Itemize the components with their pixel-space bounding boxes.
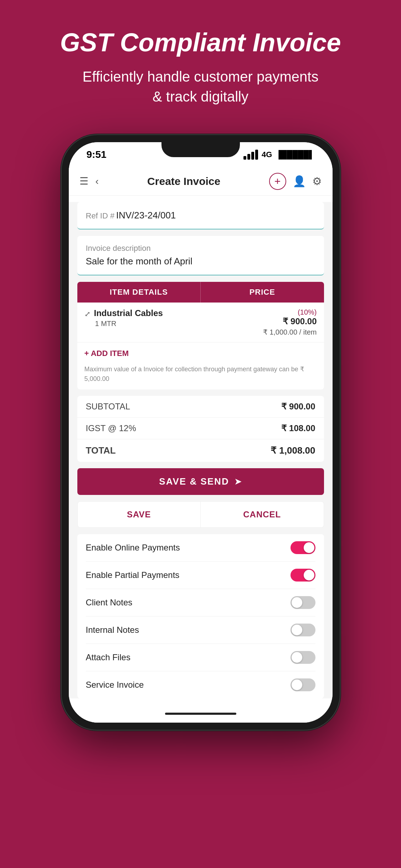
internal-notes-toggle[interactable] — [291, 624, 315, 636]
total-label: TOTAL — [86, 445, 116, 456]
option-internal-notes[interactable]: Internal Notes — [86, 616, 315, 644]
page-title: GST Compliant Invoice — [60, 29, 341, 57]
option-client-notes-label: Client Notes — [86, 598, 133, 608]
options-section: Enable Online Payments Enable Partial Pa… — [77, 534, 324, 698]
back-icon[interactable]: ‹ — [96, 176, 99, 187]
item-name-row: ⤢ Industrial Cables — [84, 308, 263, 318]
client-notes-toggle[interactable] — [291, 596, 315, 609]
service-invoice-toggle[interactable] — [291, 678, 315, 691]
subtotal-label: SUBTOTAL — [86, 402, 130, 412]
app-header: ☰ ‹ Create Invoice + 👤 ⚙ — [69, 167, 333, 196]
toggle-knob — [292, 597, 302, 608]
expand-icon: ⤢ — [84, 310, 91, 318]
save-send-button[interactable]: SAVE & SEND ➤ — [77, 468, 324, 495]
option-online-payments-label: Enable Online Payments — [86, 543, 180, 553]
option-client-notes[interactable]: Client Notes — [86, 589, 315, 616]
signal-bars-icon — [243, 150, 258, 160]
status-bar: 9:51 4G ▐█████▌ — [69, 142, 333, 167]
payment-note: Maximum value of a Invoice for collectio… — [77, 365, 324, 389]
battery-icon: ▐█████▌ — [276, 150, 314, 159]
home-indicator — [69, 705, 333, 723]
network-label: 4G — [262, 150, 272, 159]
header-title: Create Invoice — [106, 175, 262, 187]
table-row[interactable]: ⤢ Industrial Cables 1 MTR (10%) ₹ 900.00… — [77, 303, 324, 342]
partial-payments-toggle[interactable] — [291, 569, 315, 582]
ref-id-value: INV/23-24/001 — [116, 210, 176, 221]
toggle-knob — [292, 625, 302, 635]
item-info: ⤢ Industrial Cables 1 MTR — [84, 308, 263, 328]
toggle-knob — [304, 542, 314, 553]
total-row: TOTAL ₹ 1,008.00 — [77, 439, 324, 462]
igst-label: IGST @ 12% — [86, 423, 136, 433]
invoice-description-section[interactable]: Invoice description Sale for the month o… — [77, 236, 324, 275]
item-total: ₹ 900.00 — [283, 316, 317, 326]
save-button[interactable]: SAVE — [78, 502, 201, 527]
app-content: Ref ID # INV/23-24/001 Invoice descripti… — [69, 202, 333, 698]
option-partial-payments-label: Enable Partial Payments — [86, 570, 180, 580]
toggle-knob — [292, 652, 302, 663]
add-item-label: + ADD ITEM — [84, 349, 129, 358]
attach-files-toggle[interactable] — [291, 651, 315, 664]
notch — [161, 142, 240, 157]
online-payments-toggle[interactable] — [291, 541, 315, 554]
add-item-button[interactable]: + ADD ITEM — [77, 342, 324, 365]
home-bar — [165, 713, 236, 715]
subtotal-value: ₹ 900.00 — [281, 402, 315, 412]
ref-id-section[interactable]: Ref ID # INV/23-24/001 — [77, 202, 324, 229]
phone-shell: 9:51 4G ▐█████▌ ☰ ‹ Create Invoice — [62, 135, 340, 730]
items-table: ITEM DETAILS PRICE ⤢ Industrial Cables 1… — [77, 282, 324, 389]
menu-icon[interactable]: ☰ — [79, 175, 88, 187]
send-icon: ➤ — [234, 476, 242, 487]
option-internal-notes-label: Internal Notes — [86, 625, 139, 635]
phone-mockup: 9:51 4G ▐█████▌ ☰ ‹ Create Invoice — [62, 135, 340, 730]
save-send-label: SAVE & SEND — [159, 476, 229, 487]
phone-screen: 9:51 4G ▐█████▌ ☰ ‹ Create Invoice — [69, 142, 333, 723]
option-service-invoice[interactable]: Service Invoice — [86, 671, 315, 698]
col-item-details: ITEM DETAILS — [77, 282, 201, 303]
option-service-invoice-label: Service Invoice — [86, 680, 144, 690]
description-label: Invoice description — [86, 244, 315, 253]
option-attach-files[interactable]: Attach Files — [86, 644, 315, 671]
cancel-button[interactable]: CANCEL — [201, 502, 324, 527]
item-qty: 1 MTR — [95, 320, 263, 328]
person-icon[interactable]: 👤 — [293, 175, 306, 187]
description-value: Sale for the month of April — [86, 256, 315, 267]
igst-value: ₹ 108.00 — [281, 423, 315, 433]
settings-icon[interactable]: ⚙ — [312, 175, 322, 187]
add-icon: + — [274, 175, 281, 187]
item-price: (10%) ₹ 900.00 ₹ 1,000.00 / item — [263, 308, 317, 336]
col-price: PRICE — [201, 282, 324, 303]
ref-id-label: Ref ID # — [86, 211, 115, 220]
option-online-payments[interactable]: Enable Online Payments — [86, 534, 315, 562]
header-actions: + 👤 ⚙ — [269, 173, 322, 190]
add-button[interactable]: + — [269, 173, 286, 190]
toggle-knob — [304, 570, 314, 580]
option-attach-files-label: Attach Files — [86, 652, 130, 662]
status-time: 9:51 — [87, 149, 107, 160]
item-discount: (10%) — [298, 308, 317, 316]
table-header: ITEM DETAILS PRICE — [77, 282, 324, 303]
save-cancel-row: SAVE CANCEL — [77, 501, 324, 528]
option-partial-payments[interactable]: Enable Partial Payments — [86, 562, 315, 589]
page-subtitle: Efficiently handle customer payments & t… — [83, 67, 319, 107]
status-icons: 4G ▐█████▌ — [243, 150, 314, 160]
item-name: Industrial Cables — [94, 308, 163, 318]
totals-section: SUBTOTAL ₹ 900.00 IGST @ 12% ₹ 108.00 TO… — [77, 396, 324, 462]
total-value: ₹ 1,008.00 — [271, 445, 315, 456]
toggle-knob — [292, 680, 302, 690]
igst-row: IGST @ 12% ₹ 108.00 — [77, 418, 324, 439]
item-unit-price: ₹ 1,000.00 / item — [263, 328, 317, 336]
subtotal-row: SUBTOTAL ₹ 900.00 — [77, 396, 324, 418]
